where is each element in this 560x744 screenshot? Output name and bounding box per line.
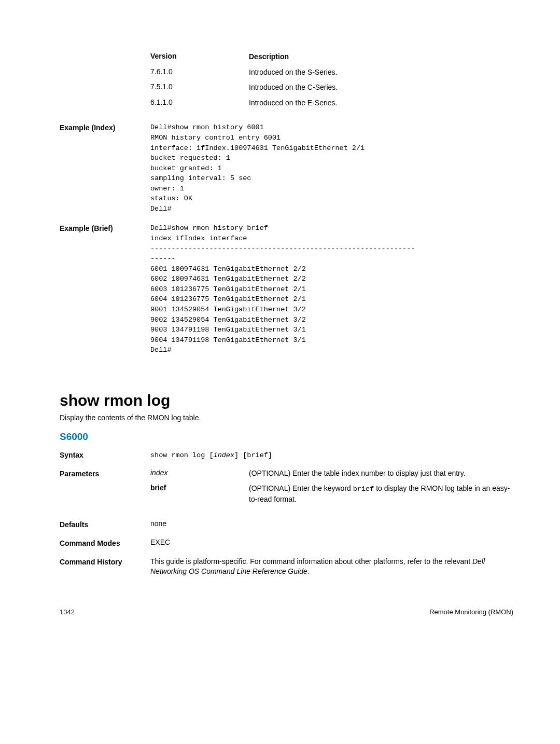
- parameters-label: Parameters: [60, 469, 150, 510]
- section-subhead: S6000: [60, 431, 513, 443]
- version-desc: Introduced on the S-Series.: [249, 67, 513, 78]
- param-desc-brief-pre: (OPTIONAL) Enter the keyword: [249, 484, 353, 492]
- command-modes-block: Command Modes EXEC: [60, 538, 513, 547]
- example-brief-code: Dell#show rmon history brief index ifInd…: [150, 223, 513, 355]
- param-desc-brief: (OPTIONAL) Enter the keyword brief to di…: [249, 484, 513, 504]
- section-title: show rmon log: [60, 392, 513, 409]
- example-brief-label: Example (Brief): [60, 223, 150, 355]
- param-name-index: index: [150, 469, 249, 479]
- version-cell: 6.1.1.0: [150, 98, 249, 108]
- table-row: index (OPTIONAL) Enter the table index n…: [150, 469, 513, 479]
- version-block: Version Description 7.6.1.0 Introduced o…: [60, 52, 513, 113]
- command-history-block: Command History This guide is platform-s…: [60, 557, 513, 577]
- param-name-index-text: index: [150, 469, 167, 477]
- table-row: brief (OPTIONAL) Enter the keyword brief…: [150, 484, 513, 504]
- version-header-col2: Description: [249, 52, 513, 62]
- footer-section: Remote Monitoring (RMON): [429, 608, 513, 616]
- version-header-col1: Version: [150, 52, 249, 62]
- command-modes-label: Command Modes: [60, 538, 150, 547]
- param-desc-brief-code: brief: [353, 485, 374, 493]
- defaults-block: Defaults none: [60, 519, 513, 529]
- parameters-block: Parameters index (OPTIONAL) Enter the ta…: [60, 469, 513, 510]
- syntax-code-post: ] [brief]: [234, 451, 272, 459]
- version-left-spacer: [60, 52, 150, 113]
- example-brief-block: Example (Brief) Dell#show rmon history b…: [60, 223, 513, 355]
- command-history-text: This guide is platform-specific. For com…: [150, 557, 513, 577]
- param-name-brief: brief: [150, 484, 249, 504]
- command-history-pre: This guide is platform-specific. For com…: [150, 557, 472, 566]
- table-row: 7.5.1.0 Introduced on the C-Series.: [150, 82, 513, 93]
- defaults-label: Defaults: [60, 519, 150, 529]
- version-desc: Introduced on the E-Series.: [249, 98, 513, 108]
- syntax-block: Syntax show rmon log [index] [brief]: [60, 450, 513, 459]
- version-cell: 7.5.1.0: [150, 82, 249, 93]
- version-desc: Introduced on the C-Series.: [249, 82, 513, 93]
- version-cell: 7.6.1.0: [150, 67, 249, 78]
- footer: 1342 Remote Monitoring (RMON): [60, 608, 513, 616]
- example-index-code: Dell#show rmon history 6001 RMON history…: [150, 122, 513, 214]
- syntax-code-pre: show rmon log [: [150, 451, 214, 459]
- page-number: 1342: [60, 608, 75, 616]
- command-modes-value: EXEC: [150, 538, 513, 547]
- command-history-label: Command History: [60, 557, 150, 577]
- table-row: 6.1.1.0 Introduced on the E-Series.: [150, 98, 513, 108]
- example-index-label: Example (Index): [60, 122, 150, 214]
- syntax-label: Syntax: [60, 450, 150, 459]
- example-index-block: Example (Index) Dell#show rmon history 6…: [60, 122, 513, 214]
- table-row: 7.6.1.0 Introduced on the S-Series.: [150, 67, 513, 78]
- command-history-post: .: [307, 567, 310, 575]
- version-table: Version Description 7.6.1.0 Introduced o…: [150, 52, 513, 113]
- syntax-code-index: index: [214, 451, 235, 459]
- section-desc: Display the contents of the RMON log tab…: [60, 414, 513, 422]
- defaults-value: none: [150, 519, 513, 529]
- param-desc-index: (OPTIONAL) Enter the table index number …: [249, 469, 513, 479]
- syntax-code: show rmon log [index] [brief]: [150, 451, 272, 459]
